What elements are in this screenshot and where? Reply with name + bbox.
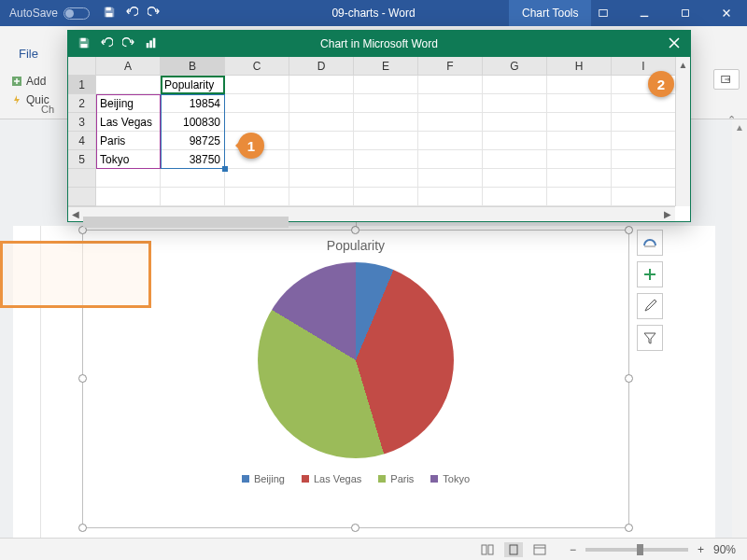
row-header[interactable]: 2 <box>68 94 96 113</box>
cell[interactable] <box>354 94 418 113</box>
cell[interactable] <box>225 169 289 188</box>
cell[interactable] <box>289 132 354 150</box>
read-mode-icon[interactable] <box>478 542 497 557</box>
cell[interactable] <box>612 169 676 188</box>
row-header[interactable] <box>68 169 96 188</box>
row-header[interactable]: 1 <box>68 76 96 94</box>
col-header[interactable]: E <box>354 57 418 76</box>
scrollbar-thumb[interactable] <box>83 217 289 228</box>
undo-icon[interactable] <box>100 36 113 52</box>
legend-item[interactable]: Beijing <box>242 473 285 484</box>
cell[interactable] <box>418 132 483 150</box>
cell[interactable] <box>547 150 612 169</box>
cell[interactable] <box>354 188 418 206</box>
chart-icon[interactable] <box>145 36 158 52</box>
datasheet-body[interactable]: A B C D E F G H I 1 Popularity 2 Beijing… <box>68 57 690 221</box>
cell[interactable] <box>161 169 225 188</box>
cell[interactable] <box>418 188 483 206</box>
zoom-out-button[interactable]: − <box>570 543 576 556</box>
file-tab[interactable]: File <box>19 47 38 61</box>
cell[interactable] <box>418 169 483 188</box>
cell[interactable] <box>483 94 547 113</box>
cell[interactable] <box>418 76 483 94</box>
share-button[interactable] <box>713 69 740 90</box>
col-header[interactable]: F <box>418 57 483 76</box>
cell[interactable] <box>483 132 547 150</box>
resize-handle[interactable] <box>625 226 633 234</box>
chart-legend[interactable]: BeijingLas VegasParisTokyo <box>83 473 628 484</box>
col-header[interactable]: A <box>96 57 161 76</box>
cell[interactable] <box>483 188 547 206</box>
cell[interactable] <box>96 76 161 94</box>
datasheet-close-button[interactable] <box>668 36 681 52</box>
col-header[interactable]: D <box>289 57 354 76</box>
cell[interactable]: 38750 <box>161 150 225 169</box>
chart-filter-button[interactable] <box>637 325 663 351</box>
cell[interactable] <box>225 94 289 113</box>
scroll-right-icon[interactable]: ▶ <box>660 207 675 222</box>
autosave-toggle[interactable]: AutoSave <box>9 7 90 20</box>
minimize-icon[interactable] <box>624 0 665 26</box>
web-layout-icon[interactable] <box>530 542 549 557</box>
ribbon-add-group[interactable]: Add <box>11 75 46 88</box>
col-header[interactable]: H <box>547 57 612 76</box>
cell[interactable] <box>161 188 225 206</box>
vertical-scrollbar[interactable]: ▲ <box>732 119 747 538</box>
select-all-cell[interactable] <box>68 57 96 76</box>
cell[interactable] <box>225 76 289 94</box>
chart-object[interactable]: Popularity BeijingLas VegasParisTokyo <box>82 230 629 528</box>
zoom-slider[interactable] <box>585 548 688 552</box>
cell[interactable] <box>547 188 612 206</box>
zoom-level[interactable]: 90% <box>713 543 736 556</box>
redo-icon[interactable] <box>122 36 135 52</box>
cell[interactable] <box>289 76 354 94</box>
close-icon[interactable] <box>706 0 747 26</box>
datasheet-hscrollbar[interactable]: ◀ ▶ <box>68 206 675 221</box>
cell[interactable] <box>547 132 612 150</box>
cell[interactable] <box>96 188 161 206</box>
scroll-up-icon[interactable]: ▲ <box>732 119 747 134</box>
row-header[interactable]: 3 <box>68 113 96 132</box>
cell[interactable] <box>289 169 354 188</box>
zoom-knob-icon[interactable] <box>637 544 643 555</box>
maximize-icon[interactable] <box>665 0 706 26</box>
resize-handle[interactable] <box>78 524 87 532</box>
cell[interactable] <box>612 150 676 169</box>
cell[interactable]: Tokyo <box>96 150 161 169</box>
cell[interactable] <box>289 188 354 206</box>
print-layout-icon[interactable] <box>504 542 523 557</box>
legend-item[interactable]: Paris <box>378 473 414 484</box>
resize-handle[interactable] <box>625 524 633 532</box>
cell[interactable] <box>96 169 161 188</box>
scroll-up-icon[interactable]: ▲ <box>676 57 690 72</box>
cell[interactable] <box>547 94 612 113</box>
cell[interactable]: Paris <box>96 132 161 150</box>
resize-handle[interactable] <box>351 226 359 234</box>
row-header[interactable] <box>68 188 96 206</box>
cell[interactable] <box>354 150 418 169</box>
undo-icon[interactable] <box>125 6 138 21</box>
cell[interactable] <box>547 169 612 188</box>
cell[interactable] <box>289 94 354 113</box>
cell[interactable] <box>354 132 418 150</box>
cell[interactable] <box>612 94 676 113</box>
cell[interactable] <box>612 113 676 132</box>
zoom-in-button[interactable]: + <box>698 543 704 556</box>
cell[interactable] <box>483 76 547 94</box>
toggle-off-icon[interactable] <box>63 7 90 20</box>
redo-icon[interactable] <box>148 6 161 21</box>
row-header[interactable]: 4 <box>68 132 96 150</box>
col-header[interactable]: B <box>161 57 225 76</box>
save-icon[interactable] <box>78 36 91 52</box>
row-header[interactable]: 5 <box>68 150 96 169</box>
cell[interactable] <box>418 113 483 132</box>
chart-elements-button[interactable] <box>637 261 663 287</box>
ribbon-display-icon[interactable] <box>583 0 624 26</box>
column-headers[interactable]: A B C D E F G H I <box>68 57 690 76</box>
cell[interactable] <box>354 76 418 94</box>
cell[interactable]: 19854 <box>161 94 225 113</box>
col-header[interactable]: G <box>483 57 547 76</box>
chart-tools-tab[interactable]: Chart Tools <box>509 0 591 26</box>
legend-item[interactable]: Tokyo <box>430 473 470 484</box>
cell[interactable] <box>418 94 483 113</box>
